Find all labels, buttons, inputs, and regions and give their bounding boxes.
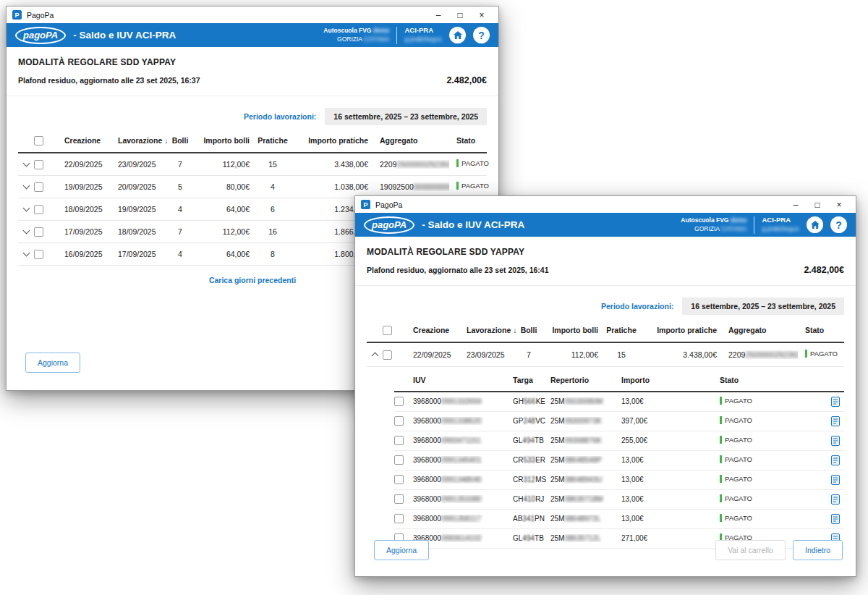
bolli-value: 7	[166, 227, 195, 236]
col-stato: Stato	[720, 376, 824, 384]
period-value[interactable]: 16 settembre, 2025 – 23 settembre, 2025	[325, 108, 487, 125]
creazione-value: 17/09/2025	[54, 227, 118, 236]
iuv-checkbox[interactable]	[394, 514, 404, 523]
chevron-down-icon[interactable]	[18, 208, 34, 211]
minimize-button[interactable]: –	[427, 10, 449, 20]
account-user-redacted: g.pratichego1	[762, 225, 799, 233]
row-checkbox[interactable]	[383, 350, 392, 360]
repertorio-value: 25M09330080M	[550, 397, 621, 405]
targa-value: CH410RJ	[513, 495, 550, 503]
mode-title: MODALITÀ REGOLARE SDD YAPPAY	[18, 57, 487, 67]
receipt-icon[interactable]	[824, 494, 844, 505]
home-button[interactable]	[807, 216, 823, 233]
maximize-button[interactable]: □	[449, 10, 471, 20]
iuv-value: 39680000991348645	[413, 476, 513, 484]
home-button[interactable]	[449, 27, 466, 43]
targa-value: GL494TB	[513, 436, 550, 444]
table-row: 22/09/2025 23/09/2025 7 112,00€ 15 3.438…	[18, 153, 487, 176]
receipt-icon[interactable]	[824, 397, 844, 407]
org-city-redacted: CATANIA	[364, 35, 390, 43]
iuv-value: 39680000991345401	[413, 456, 513, 464]
row-checkbox[interactable]	[34, 182, 43, 192]
row-checkbox[interactable]	[34, 227, 43, 237]
account-name: ACI-PRA	[762, 216, 799, 225]
col-creazione: Creazione	[403, 326, 467, 334]
targa-value: CR533ER	[513, 456, 550, 464]
iuv-value: 39680000991353380	[413, 495, 513, 503]
receipt-icon[interactable]	[824, 436, 844, 446]
lavorazione-value: 23/09/2025	[467, 350, 514, 359]
iuv-checkbox[interactable]	[394, 416, 404, 426]
col-lavorazione[interactable]: Lavorazione ↓	[467, 326, 514, 334]
importo-pratiche-value: 1.038,00€	[296, 182, 368, 191]
importo-value: 13,00€	[621, 456, 720, 464]
col-importo-bolli: Importo bolli	[195, 136, 250, 145]
header-divider	[754, 216, 754, 234]
org-city: GORIZIA	[694, 225, 721, 232]
page-title: - Saldo e IUV ACI-PRA	[422, 219, 524, 230]
help-button[interactable]: ?	[473, 27, 490, 43]
status-badge: PAGATO	[456, 159, 489, 167]
col-repertorio: Repertorio	[550, 376, 621, 384]
period-value[interactable]: 16 settembre, 2025 – 23 settembre, 2025	[682, 298, 844, 315]
col-pratiche: Pratiche	[598, 326, 644, 334]
org-city-redacted: CATANIA	[721, 225, 747, 232]
pagopa-window-front: P PagoPa – □ × pagoPA - Saldo e IUV ACI-…	[354, 195, 856, 577]
iuv-checkbox[interactable]	[394, 397, 404, 406]
bolli-value: 5	[166, 182, 195, 191]
col-lavorazione[interactable]: Lavorazione ↓	[118, 136, 166, 145]
status-badge: PAGATO	[720, 436, 752, 444]
close-button[interactable]: ×	[471, 10, 493, 20]
select-all-checkbox[interactable]	[383, 326, 392, 335]
repertorio-value: 25M08648548P	[550, 456, 621, 464]
pagopa-logo: pagoPA	[364, 216, 414, 234]
importo-bolli-value: 112,00€	[543, 350, 598, 359]
detail-row: 39680000991345401 CR533ER 25M08648548P 1…	[394, 451, 844, 470]
org-name: Autoscuola FVG	[681, 216, 730, 224]
status-badge: PAGATO	[720, 514, 752, 522]
iuv-checkbox[interactable]	[394, 475, 404, 484]
row-checkbox[interactable]	[34, 160, 43, 169]
col-importo-pratiche: Importo pratiche	[644, 326, 717, 334]
receipt-icon[interactable]	[824, 455, 844, 465]
receipt-icon[interactable]	[824, 514, 844, 524]
importo-pratiche-value: 3.438,00€	[296, 160, 368, 169]
close-button[interactable]: ×	[828, 200, 850, 210]
row-checkbox[interactable]	[34, 205, 43, 214]
chevron-up-icon[interactable]	[367, 351, 383, 358]
iuv-checkbox[interactable]	[394, 455, 404, 465]
maximize-button[interactable]: □	[807, 200, 828, 210]
receipt-icon[interactable]	[824, 416, 844, 426]
row-checkbox[interactable]	[34, 250, 43, 259]
iuv-value: 39680000991332659	[413, 397, 513, 405]
col-iuv: IUV	[413, 376, 513, 384]
aggiorna-button[interactable]: Aggiorna	[374, 540, 429, 560]
iuv-checkbox[interactable]	[394, 494, 404, 504]
back-button[interactable]: Indietro	[793, 540, 843, 560]
detail-row: 39680000991358117 AB341PN 25M08648972L 1…	[394, 510, 844, 529]
detail-row: 39680000991348645 CR312MS 25M08648943U 1…	[394, 470, 844, 490]
cart-button[interactable]: Vai al carrello	[715, 540, 786, 560]
svg-text:P: P	[14, 12, 19, 19]
col-bolli: Bolli	[166, 136, 195, 145]
status-badge: PAGATO	[720, 494, 752, 502]
app-header: pagoPA - Saldo e IUV ACI-PRA Autoscuola …	[7, 23, 498, 47]
app-header: pagoPA - Saldo e IUV ACI-PRA Autoscuola …	[355, 213, 856, 237]
chevron-down-icon[interactable]	[18, 253, 34, 256]
bolli-value: 4	[166, 205, 195, 214]
creazione-value: 16/09/2025	[54, 250, 118, 258]
table-row-expanded: 22/09/2025 23/09/2025 7 112,00€ 15 3.438…	[367, 343, 844, 367]
help-button[interactable]: ?	[830, 216, 847, 233]
iuv-value: 39680000991358117	[413, 515, 513, 523]
aggiorna-button[interactable]: Aggiorna	[25, 353, 80, 373]
select-all-checkbox[interactable]	[34, 136, 43, 145]
plafond-label: Plafond residuo, aggiornato alle 23 set …	[18, 76, 200, 85]
chevron-down-icon[interactable]	[18, 185, 34, 188]
chevron-down-icon[interactable]	[18, 230, 34, 233]
iuv-checkbox[interactable]	[394, 436, 404, 445]
receipt-icon[interactable]	[824, 475, 844, 485]
col-importo-bolli: Importo bolli	[543, 326, 598, 334]
chevron-down-icon[interactable]	[18, 163, 34, 166]
aggregato-value: 19092500000000000000	[368, 182, 449, 191]
minimize-button[interactable]: –	[785, 200, 807, 210]
